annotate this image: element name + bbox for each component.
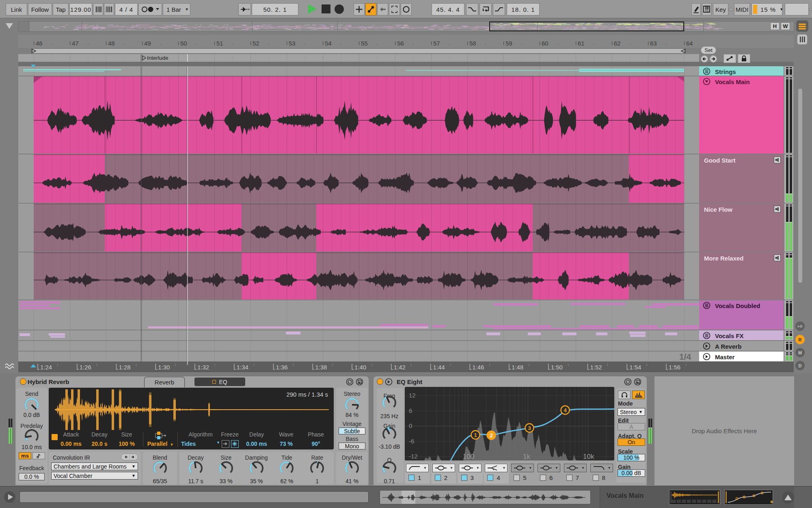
metronome-button[interactable] (138, 3, 162, 15)
arrangement-position-display[interactable]: 50. 2. 1 (252, 3, 298, 15)
band-activator-8[interactable] (593, 475, 599, 481)
audition-take-lane-button[interactable] (774, 254, 781, 261)
key-map-button[interactable]: Key (713, 3, 728, 15)
re-enable-automation-button[interactable] (377, 3, 388, 15)
send-knob[interactable] (24, 397, 39, 412)
set-locator-button[interactable]: Set (701, 46, 716, 54)
unfold-track-icon[interactable] (703, 78, 710, 85)
prev-locator-button[interactable] (701, 55, 708, 63)
audition-take-lane-button[interactable] (774, 206, 781, 213)
mixer-toggle-r[interactable]: R (795, 335, 805, 344)
midi-map-button[interactable]: MIDI (734, 3, 750, 15)
tempo-display[interactable]: 129.00 (69, 3, 92, 15)
nudge-down-button[interactable] (93, 3, 103, 15)
vintage-value[interactable]: Subtle (339, 428, 365, 434)
loop-length-display[interactable]: 18. 0. 1 (507, 3, 540, 15)
loop-switch[interactable] (479, 3, 492, 15)
track-header-strings[interactable]: Strings (699, 66, 784, 76)
ir-prev-next[interactable] (121, 454, 138, 460)
band-activator-4[interactable] (487, 475, 493, 481)
track-header-master[interactable]: Master (699, 352, 784, 361)
cpu-overload-indicator[interactable] (785, 3, 809, 15)
nudge-up-button[interactable] (104, 3, 114, 15)
adapt-q-value[interactable]: On (618, 439, 645, 446)
device-activator-led[interactable] (377, 378, 383, 385)
track-menu-icon[interactable] (703, 332, 710, 339)
optimize-width-button[interactable]: W (781, 22, 790, 30)
track-header-more-relaxed[interactable]: More Relaxed (699, 252, 784, 300)
draw-automation-toggle[interactable] (723, 54, 736, 63)
reverb-display[interactable]: 290 ms / 1.34 sAttack0.00 msDecay20.0 sS… (49, 388, 334, 449)
link-button[interactable]: Link (6, 3, 27, 15)
device-title-bar[interactable]: EQ Eight (374, 376, 647, 387)
predelay-knob[interactable] (24, 428, 39, 444)
device-eq-eight[interactable]: EQ EightFreq235 HzGain-3.10 dBQ0.711260-… (374, 376, 647, 485)
vertical-scrollbar[interactable] (798, 89, 802, 283)
predelay-sync-button[interactable] (32, 452, 45, 459)
blend-value[interactable]: 65/35 (142, 478, 178, 484)
band-filter-type-7[interactable]: ▼ (564, 464, 587, 472)
band-filter-type-8[interactable]: ▼ (590, 464, 613, 472)
fold-track-icon[interactable] (703, 342, 710, 350)
optimize-height-button[interactable]: H (770, 22, 780, 30)
device-activator-led[interactable] (20, 378, 26, 385)
show-hide-detail-view-button[interactable] (782, 491, 794, 504)
mixer-toggle-i-o[interactable]: I-O (795, 321, 805, 331)
loop-start-display[interactable]: 45. 4. 4 (432, 3, 464, 15)
band-activator-6[interactable] (540, 475, 546, 481)
lane-nice-flow[interactable] (18, 204, 699, 252)
band-activator-1[interactable] (408, 475, 415, 481)
loop-brace[interactable] (18, 48, 699, 54)
freq-knob[interactable] (382, 395, 397, 410)
algorithm-value[interactable]: Tides▼ (181, 441, 220, 447)
stereo-knob[interactable] (344, 397, 360, 412)
next-locator-button[interactable] (710, 55, 717, 63)
time-signature-display[interactable]: 4 / 4 (115, 3, 138, 15)
track-header-a-reverb[interactable]: A Reverb (699, 341, 784, 351)
time-ruler[interactable]: 1:241:261:281:301:321:341:361:381:401:42… (18, 362, 794, 372)
gain-value[interactable]: -3.10 dB (371, 443, 408, 450)
send-value[interactable]: 0.0 dB (13, 412, 50, 418)
drop-audio-effects-zone[interactable]: Drop Audio Effects Here (654, 376, 794, 485)
track-header-vocals-fx[interactable]: Vocals FX (699, 330, 784, 340)
capture-midi-button[interactable] (389, 3, 400, 15)
locator-interlude[interactable]: Interlude (141, 54, 168, 62)
ir-category-select[interactable]: Chambers and Large Rooms▼ (51, 462, 138, 470)
band-filter-type-3[interactable]: ▼ (459, 464, 482, 472)
track-menu-icon[interactable] (703, 302, 710, 309)
track-menu-icon[interactable] (703, 67, 710, 75)
q-knob[interactable] (382, 460, 397, 476)
automation-arm-button[interactable] (365, 3, 376, 15)
ir-file-select[interactable]: Vocal Chamber▼ (51, 472, 138, 480)
band-activator-2[interactable] (435, 475, 441, 481)
punch-out-button[interactable] (493, 3, 505, 15)
lane-master[interactable]: 1/4 (18, 352, 699, 361)
dry-wet-knob[interactable] (344, 460, 360, 476)
feedback-value[interactable]: 0.0 % (19, 473, 45, 480)
cpu-meter[interactable]: 15 %▼ (752, 3, 782, 15)
band-filter-type-5[interactable]: ▼ (511, 464, 534, 472)
rate-value[interactable]: 1 (299, 478, 335, 484)
bass-value[interactable]: Mono (339, 443, 365, 449)
lane-strings[interactable] (18, 66, 699, 76)
mode-select[interactable]: Stereo▼ (618, 408, 645, 416)
device-thumbnail-hybrid-reverb[interactable] (669, 490, 720, 505)
analyzer-button[interactable] (632, 391, 645, 399)
save-preset-icon[interactable] (356, 378, 363, 386)
band-filter-type-1[interactable]: ▼ (406, 464, 429, 472)
rate-knob[interactable] (309, 460, 325, 476)
eq-display[interactable]: 1260-6-121001k10k1234 (405, 387, 614, 460)
track-header-vocals-doubled[interactable]: Vocals Doubled (699, 300, 784, 330)
lane-vocals-fx[interactable] (18, 330, 699, 340)
overdub-button[interactable] (354, 3, 365, 15)
output-gain-value[interactable]: 0.00 dB (618, 469, 645, 477)
band-filter-type-4[interactable]: ▼ (485, 464, 508, 472)
track-header-vocals-main[interactable]: Vocals Main (699, 76, 784, 154)
punch-in-button[interactable] (466, 3, 478, 15)
clip-overview[interactable] (380, 490, 591, 504)
lane-vocals-main[interactable] (18, 76, 699, 154)
tab-reverb[interactable]: Reverb (144, 377, 185, 387)
lane-vocals-doubled[interactable] (18, 300, 699, 330)
arrangement-overview[interactable] (18, 21, 794, 32)
decay-knob[interactable] (188, 460, 203, 476)
